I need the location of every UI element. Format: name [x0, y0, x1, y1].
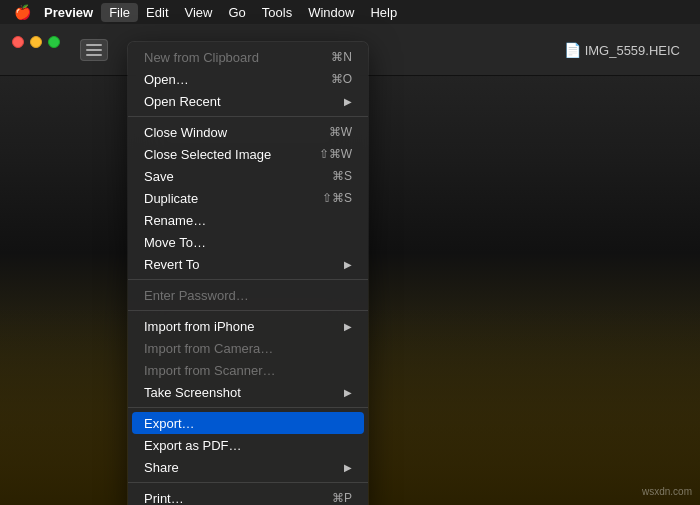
menubar-item-edit[interactable]: Edit	[138, 3, 176, 22]
menu-item-import-camera[interactable]: Import from Camera…	[128, 337, 368, 359]
menu-item-label: Move To…	[144, 235, 206, 250]
menu-item-label: Import from Scanner…	[144, 363, 276, 378]
menu-item-import-iphone[interactable]: Import from iPhone ▶	[128, 315, 368, 337]
menu-item-label: Share	[144, 460, 179, 475]
menu-item-duplicate[interactable]: Duplicate ⇧⌘S	[128, 187, 368, 209]
menu-item-label: Open Recent	[144, 94, 221, 109]
menubar-item-view[interactable]: View	[177, 3, 221, 22]
menu-item-share[interactable]: Share ▶	[128, 456, 368, 478]
menu-item-label: Import from Camera…	[144, 341, 273, 356]
menu-item-label: Print…	[144, 491, 184, 506]
menu-item-label: Close Selected Image	[144, 147, 271, 162]
file-menu-dropdown: New from Clipboard ⌘N Open… ⌘O Open Rece…	[128, 42, 368, 505]
menu-item-take-screenshot[interactable]: Take Screenshot ▶	[128, 381, 368, 403]
window-area: 📄 IMG_5559.HEIC New from Clipboard ⌘N Op…	[0, 24, 700, 505]
menu-item-shortcut: ⇧⌘W	[319, 147, 352, 161]
menu-item-export-pdf[interactable]: Export as PDF…	[128, 434, 368, 456]
menu-item-label: Revert To	[144, 257, 199, 272]
menu-item-label: Rename…	[144, 213, 206, 228]
menubar-item-preview[interactable]: Preview	[36, 3, 101, 22]
menu-item-label: Duplicate	[144, 191, 198, 206]
menu-item-label: Open…	[144, 72, 189, 87]
menu-item-shortcut: ⌘P	[332, 491, 352, 505]
maximize-button[interactable]	[48, 36, 60, 48]
menu-item-new-clipboard[interactable]: New from Clipboard ⌘N	[128, 46, 368, 68]
menu-item-label: Take Screenshot	[144, 385, 241, 400]
file-type-icon: 📄	[564, 42, 581, 58]
menu-item-label: Import from iPhone	[144, 319, 255, 334]
menu-item-label: Save	[144, 169, 174, 184]
minimize-button[interactable]	[30, 36, 42, 48]
menu-separator-2	[128, 279, 368, 280]
menu-item-shortcut: ⇧⌘S	[322, 191, 352, 205]
menubar-item-file[interactable]: File	[101, 3, 138, 22]
menu-item-label: Close Window	[144, 125, 227, 140]
menu-item-shortcut: ⌘O	[331, 72, 352, 86]
submenu-arrow-icon: ▶	[344, 462, 352, 473]
submenu-arrow-icon: ▶	[344, 387, 352, 398]
menu-item-print[interactable]: Print… ⌘P	[128, 487, 368, 505]
menu-item-close-window[interactable]: Close Window ⌘W	[128, 121, 368, 143]
submenu-arrow-icon: ▶	[344, 321, 352, 332]
menu-item-revert-to[interactable]: Revert To ▶	[128, 253, 368, 275]
menu-item-label: Export…	[144, 416, 195, 431]
file-title: 📄 IMG_5559.HEIC	[564, 42, 680, 58]
menu-item-close-selected[interactable]: Close Selected Image ⇧⌘W	[128, 143, 368, 165]
menu-item-save[interactable]: Save ⌘S	[128, 165, 368, 187]
menu-item-label: New from Clipboard	[144, 50, 259, 65]
traffic-lights	[12, 36, 60, 48]
menu-separator-5	[128, 482, 368, 483]
menu-item-export[interactable]: Export…	[132, 412, 364, 434]
menu-item-open-recent[interactable]: Open Recent ▶	[128, 90, 368, 112]
menu-item-label: Enter Password…	[144, 288, 249, 303]
submenu-arrow-icon: ▶	[344, 259, 352, 270]
menubar-item-window[interactable]: Window	[300, 3, 362, 22]
menubar: 🍎 Preview File Edit View Go Tools Window…	[0, 0, 700, 24]
menu-separator-3	[128, 310, 368, 311]
close-button[interactable]	[12, 36, 24, 48]
menubar-item-go[interactable]: Go	[220, 3, 253, 22]
menu-item-open[interactable]: Open… ⌘O	[128, 68, 368, 90]
menu-item-shortcut: ⌘S	[332, 169, 352, 183]
menubar-item-tools[interactable]: Tools	[254, 3, 300, 22]
menu-item-rename[interactable]: Rename…	[128, 209, 368, 231]
watermark: wsxdn.com	[642, 486, 692, 497]
menu-separator-4	[128, 407, 368, 408]
menu-item-import-scanner[interactable]: Import from Scanner…	[128, 359, 368, 381]
menu-item-enter-password[interactable]: Enter Password…	[128, 284, 368, 306]
menu-item-shortcut: ⌘W	[329, 125, 352, 139]
menubar-item-help[interactable]: Help	[362, 3, 405, 22]
menu-item-label: Export as PDF…	[144, 438, 242, 453]
submenu-arrow-icon: ▶	[344, 96, 352, 107]
menu-item-move-to[interactable]: Move To…	[128, 231, 368, 253]
filename-label: IMG_5559.HEIC	[585, 43, 680, 58]
apple-menu[interactable]: 🍎	[8, 4, 36, 20]
menu-item-shortcut: ⌘N	[331, 50, 352, 64]
menu-separator-1	[128, 116, 368, 117]
